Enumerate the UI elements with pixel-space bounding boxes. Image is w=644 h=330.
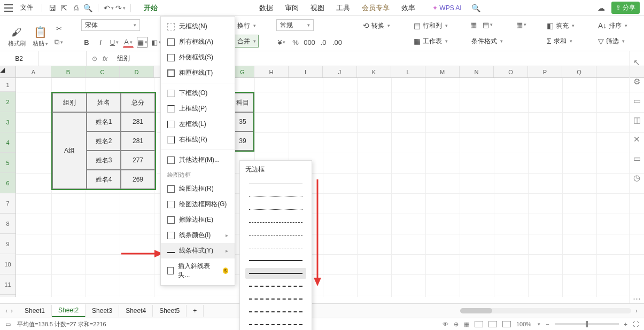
currency-icon[interactable]: ¥▾ — [276, 37, 287, 48]
sheet-tab-1[interactable]: Sheet1 — [18, 305, 52, 317]
col-N[interactable]: N — [460, 66, 494, 77]
formula-value[interactable]: 组别 — [113, 54, 134, 63]
cell-group[interactable]: A组 — [52, 112, 87, 189]
sheet-tab-4[interactable]: Sheet4 — [119, 305, 153, 317]
cell-name[interactable]: 姓名2 — [87, 131, 121, 151]
cell-score[interactable]: 277 — [121, 151, 155, 170]
paste-button[interactable]: 📋粘贴▾ — [30, 26, 50, 48]
border-button[interactable]: ▦▾ — [137, 37, 148, 48]
filter-button[interactable]: ▽筛选▾ — [595, 35, 631, 48]
ls-dashed-s[interactable] — [245, 217, 306, 227]
fill-color-button[interactable]: ◧▾ — [151, 37, 161, 48]
rail-help-icon[interactable]: ◷ — [633, 173, 640, 183]
search-icon[interactable]: 🔍 — [471, 3, 481, 13]
col-M[interactable]: M — [425, 66, 460, 77]
col-Q[interactable]: Q — [562, 66, 596, 77]
col-C[interactable]: C — [86, 66, 120, 77]
zoom-slider[interactable] — [555, 323, 619, 325]
bm-more[interactable]: 其他边框(M)... — [161, 152, 235, 168]
col-O[interactable]: O — [494, 66, 528, 77]
fb-cancel-icon[interactable]: ⊙ — [92, 55, 97, 62]
dec-dec-icon[interactable]: .00 — [332, 37, 343, 48]
cond-format-button[interactable]: 条件格式▾ — [468, 35, 506, 48]
view-layout-icon[interactable] — [488, 321, 497, 327]
select-all-corner[interactable]: ◢ — [0, 66, 16, 77]
bm-draw-border[interactable]: 绘图边框(R) — [161, 181, 235, 197]
table-style-icon[interactable]: ▦▾ — [516, 19, 526, 30]
ls-slant[interactable] — [245, 319, 306, 330]
save-icon[interactable]: 🖫 — [48, 3, 57, 13]
file-menu[interactable]: 文件 — [17, 3, 36, 12]
row-5[interactable]: 5 — [0, 153, 15, 173]
g-val[interactable]: 35 — [232, 112, 253, 131]
cut-icon[interactable]: ✂ — [53, 23, 64, 34]
underline-button[interactable]: U▾ — [109, 37, 120, 48]
col-J[interactable]: J — [323, 66, 357, 77]
g-header[interactable]: 科目 — [232, 93, 253, 112]
rail-book-icon[interactable]: ▭ — [633, 154, 641, 163]
th-score[interactable]: 总分 — [121, 93, 155, 112]
rail-tools-icon[interactable]: ✕ — [633, 135, 640, 144]
tab-start[interactable]: 开始 — [143, 2, 159, 14]
status-eye-icon[interactable]: 👁 — [443, 321, 448, 327]
worksheet-button[interactable]: ▦工作表▾ — [410, 35, 451, 48]
bm-right[interactable]: 右框线(R) — [161, 132, 235, 147]
horizontal-scrollbar[interactable] — [460, 308, 631, 313]
sum-button[interactable]: Σ求和▾ — [544, 35, 578, 48]
menu-icon[interactable] — [4, 4, 13, 12]
style2-icon[interactable]: ▤▾ — [482, 19, 493, 30]
row-4[interactable]: 4 — [0, 132, 15, 153]
col-A[interactable]: A — [16, 66, 51, 77]
th-name[interactable]: 姓名 — [87, 93, 121, 112]
scroll-right-icon[interactable]: › — [635, 307, 638, 315]
ls-med-dashdot[interactable] — [245, 294, 306, 304]
cell-name[interactable]: 姓名1 — [87, 112, 121, 131]
status-focus-icon[interactable]: ⊕ — [454, 321, 459, 328]
ls-med-dashdotdot[interactable] — [245, 307, 306, 317]
percent-icon[interactable]: % — [290, 37, 301, 48]
bm-top[interactable]: 上框线(P) — [161, 101, 235, 116]
rail-select-icon[interactable]: ↖ — [633, 58, 640, 67]
tab-data[interactable]: 数据 — [258, 2, 274, 14]
font-color-button[interactable]: A▾ — [123, 37, 134, 48]
row-1[interactable]: 1 — [0, 78, 15, 92]
add-sheet-button[interactable]: + — [187, 305, 204, 317]
sheet-tab-2[interactable]: Sheet2 — [52, 304, 86, 317]
rail-more-icon[interactable]: ⋯ — [633, 294, 641, 303]
tab-prev-icon[interactable]: ‹ — [5, 307, 7, 315]
bm-line-style[interactable]: 线条样式(Y)▸ — [161, 243, 235, 258]
font-name-select[interactable]: 宋体▾ — [81, 19, 140, 31]
undo-icon[interactable]: ↶▾ — [104, 3, 113, 13]
row-11[interactable]: 11 — [0, 274, 15, 295]
bm-erase[interactable]: 擦除边框(E) — [161, 212, 235, 227]
row-2[interactable]: 2 — [0, 92, 15, 112]
italic-button[interactable]: I — [95, 37, 106, 48]
cell-score[interactable]: 281 — [121, 131, 155, 151]
bm-no-border[interactable]: 无框线(N) — [161, 19, 235, 34]
rail-panel-icon[interactable]: ▭ — [633, 96, 641, 106]
fb-fx-icon[interactable]: fx — [103, 55, 107, 62]
sheet-tab-5[interactable]: Sheet5 — [153, 305, 187, 317]
convert-button[interactable]: ⟲转换▾ — [360, 19, 393, 32]
tab-tools[interactable]: 工具 — [335, 2, 351, 14]
row-7[interactable]: 7 — [0, 193, 15, 214]
bold-button[interactable]: B — [81, 37, 92, 48]
bm-diagonal[interactable]: 插入斜线表头...$ — [161, 258, 235, 283]
ls-thick[interactable] — [245, 268, 306, 279]
row-6[interactable]: 6 — [0, 173, 15, 193]
wps-ai-label[interactable]: ✦ WPS AI — [432, 4, 462, 12]
fill-button[interactable]: ◧填充▾ — [544, 19, 578, 32]
ls-dotted[interactable] — [245, 204, 306, 215]
th-group[interactable]: 组别 — [52, 93, 87, 112]
col-I[interactable]: I — [289, 66, 323, 77]
zoom-out-icon[interactable]: − — [546, 321, 549, 327]
row-10[interactable]: 10 — [0, 254, 15, 274]
ls-hair[interactable] — [245, 191, 306, 202]
fullscreen-icon[interactable]: ⛶ — [633, 321, 639, 327]
g-val[interactable]: 39 — [232, 131, 253, 151]
preview-icon[interactable]: 🔍 — [83, 3, 92, 13]
ls-dashdotdot[interactable] — [245, 242, 306, 253]
ls-none-label[interactable]: 无边框 — [245, 165, 306, 174]
rail-settings-icon[interactable]: ⚙ — [633, 77, 640, 87]
tab-eff[interactable]: 效率 — [400, 2, 416, 14]
